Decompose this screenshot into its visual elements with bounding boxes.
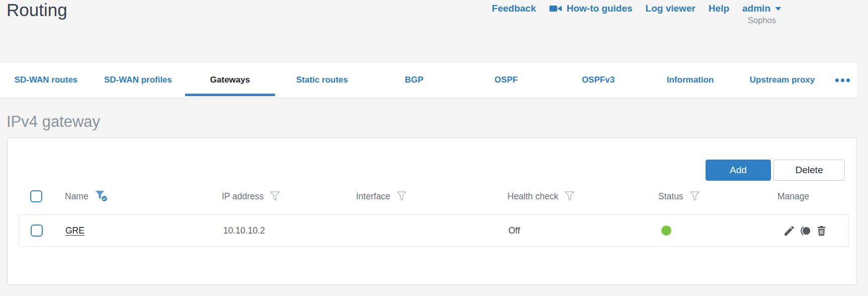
tab-bar: SD-WAN routes SD-WAN profiles Gateways S… (0, 62, 857, 98)
how-to-guides-label: How-to guides (567, 3, 633, 14)
video-camera-icon (549, 4, 562, 13)
column-label: Manage (777, 191, 809, 202)
feedback-link[interactable]: Feedback (492, 3, 536, 14)
gateway-name-link[interactable]: GRE (65, 226, 84, 236)
filter-icon[interactable] (565, 191, 575, 201)
tab-static-routes[interactable]: Static routes (276, 62, 368, 98)
tab-ospf[interactable]: OSPF (460, 62, 552, 98)
admin-menu[interactable]: admin (742, 3, 782, 14)
active-tab-underline (185, 94, 275, 96)
caret-down-icon (775, 7, 782, 11)
column-label: Name (65, 191, 89, 202)
ip-address-value: 10.10.10.2 (223, 226, 265, 236)
tab-label: OSPF (494, 75, 517, 85)
section-title: IPv4 gateway (7, 113, 100, 131)
utility-nav: Feedback How-to guides Log viewer Help a… (492, 3, 782, 14)
tab-label: SD-WAN routes (15, 75, 78, 85)
how-to-guides-link[interactable]: How-to guides (549, 3, 633, 14)
admin-label: admin (742, 3, 770, 14)
tab-label: Information (667, 75, 714, 85)
column-header-health-check: Health check (507, 189, 575, 204)
ellipsis-icon (835, 79, 839, 82)
eclipse-usage-icon[interactable] (799, 225, 812, 237)
table-row: GRE 10.10.10.2 Off (19, 214, 849, 247)
column-header-manage: Manage (777, 189, 809, 204)
filter-active-icon[interactable] (95, 190, 109, 202)
tab-label: SD-WAN profiles (104, 75, 172, 85)
filter-icon[interactable] (270, 191, 280, 201)
ip-address-cell: 10.10.10.2 (223, 215, 265, 246)
log-viewer-label: Log viewer (646, 3, 696, 14)
filter-icon[interactable] (397, 191, 407, 201)
log-viewer-link[interactable]: Log viewer (646, 3, 696, 14)
tab-ospfv3[interactable]: OSPFv3 (552, 62, 644, 98)
edit-pencil-icon[interactable] (783, 225, 796, 237)
ipv4-gateway-card: Add Delete Name IP address Interface Hea… (7, 137, 857, 285)
health-check-value: Off (508, 226, 520, 236)
filter-icon[interactable] (690, 191, 700, 201)
tab-information[interactable]: Information (644, 62, 736, 98)
tab-label: BGP (405, 75, 423, 85)
tab-label: Gateways (210, 75, 250, 85)
column-header-status: Status (658, 189, 700, 204)
column-header-ip-address: IP address (222, 189, 280, 204)
tab-sdwan-routes[interactable]: SD-WAN routes (0, 62, 92, 98)
feedback-label: Feedback (492, 3, 536, 14)
add-button[interactable]: Add (706, 160, 771, 181)
tab-upstream-proxy[interactable]: Upstream proxy (736, 62, 828, 98)
status-badge (661, 226, 671, 236)
help-label: Help (709, 3, 729, 14)
column-header-name: Name (65, 189, 109, 204)
ellipsis-icon (841, 79, 844, 82)
column-label: IP address (222, 191, 264, 202)
row-checkbox-cell (31, 215, 43, 246)
tab-gateways[interactable]: Gateways (184, 62, 276, 98)
column-label: Status (658, 191, 683, 202)
delete-button[interactable]: Delete (773, 160, 845, 181)
tab-label: OSPFv3 (582, 75, 615, 85)
select-all-cell (30, 189, 42, 204)
column-label: Interface (356, 191, 390, 202)
column-label: Health check (507, 191, 558, 202)
tab-label: Upstream proxy (750, 75, 815, 85)
status-cell (661, 215, 671, 246)
tab-label: Static routes (296, 75, 348, 85)
select-all-checkbox[interactable] (30, 190, 42, 202)
ellipsis-icon (846, 79, 850, 82)
page-title: Routing (7, 0, 67, 20)
tab-bgp[interactable]: BGP (368, 62, 460, 98)
row-checkbox[interactable] (31, 225, 43, 237)
more-tabs-button[interactable] (828, 62, 857, 98)
help-link[interactable]: Help (709, 3, 729, 14)
column-header-interface: Interface (356, 189, 407, 204)
health-check-cell: Off (508, 215, 520, 246)
manage-cell (783, 215, 828, 246)
brand-label: Sophos (748, 16, 776, 25)
gateway-name-cell: GRE (65, 215, 84, 246)
tab-sdwan-profiles[interactable]: SD-WAN profiles (92, 62, 184, 98)
trash-icon[interactable] (815, 225, 828, 237)
